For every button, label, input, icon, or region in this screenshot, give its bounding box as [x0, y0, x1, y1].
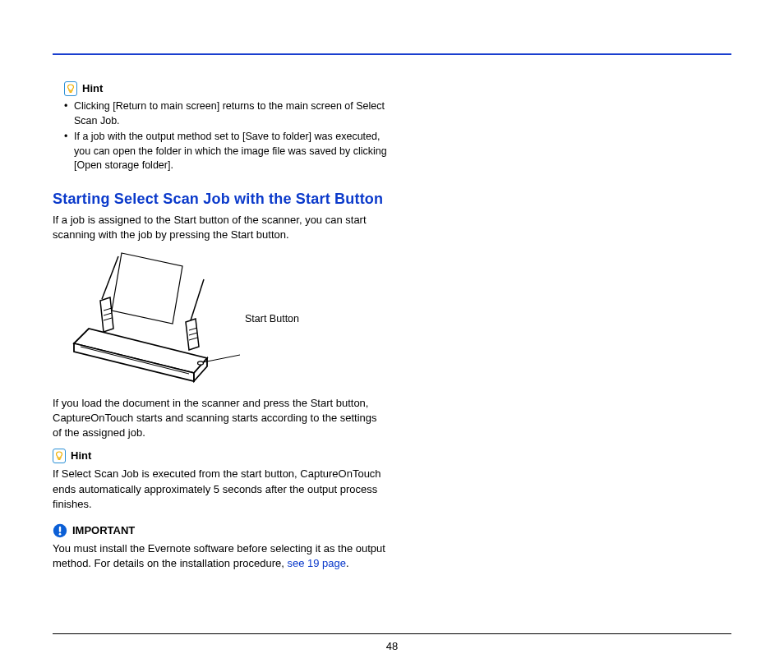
svg-point-23 [59, 533, 62, 536]
section-intro: If a job is assigned to the Start button… [53, 213, 387, 242]
hint-text: If Select Scan Job is executed from the … [53, 467, 387, 512]
hint-label: Hint [71, 449, 91, 463]
hint-bullet-list: Clicking [Return to main screen] returns… [64, 99, 387, 173]
important-header: IMPORTANT [53, 523, 387, 538]
svg-rect-22 [59, 527, 61, 532]
important-text: You must install the Evernote software b… [53, 541, 387, 571]
content-column: Hint Clicking [Return to main screen] re… [53, 81, 387, 571]
list-item: Clicking [Return to main screen] returns… [64, 99, 387, 128]
important-label: IMPORTANT [72, 523, 135, 538]
section-heading: Starting Select Scan Job with the Start … [53, 190, 387, 209]
svg-line-4 [191, 279, 204, 320]
page-footer: 48 [53, 633, 731, 654]
lightbulb-icon [53, 449, 66, 463]
page-number: 48 [386, 640, 398, 652]
hint-block: Hint If Select Scan Job is executed from… [53, 449, 387, 512]
svg-point-17 [198, 361, 204, 364]
see-page-link[interactable]: see 19 page [287, 557, 346, 569]
alert-icon [53, 523, 67, 538]
hint-label: Hint [82, 81, 103, 96]
scanner-figure: Start Button [53, 250, 387, 389]
hint-header: Hint [53, 449, 387, 463]
scanner-illustration-icon [53, 250, 242, 389]
svg-marker-2 [112, 253, 182, 324]
document-page: Hint Clicking [Return to main screen] re… [0, 0, 784, 672]
header-rule [53, 53, 731, 55]
list-item: If a job with the output method set to [… [64, 130, 387, 173]
lightbulb-icon [64, 81, 77, 96]
figure-label: Start Button [245, 312, 299, 327]
hint-header: Hint [64, 81, 387, 96]
important-text-after: . [346, 557, 349, 569]
after-figure-text: If you load the document in the scanner … [53, 396, 387, 441]
svg-line-18 [203, 355, 240, 362]
footer-rule [53, 633, 731, 634]
